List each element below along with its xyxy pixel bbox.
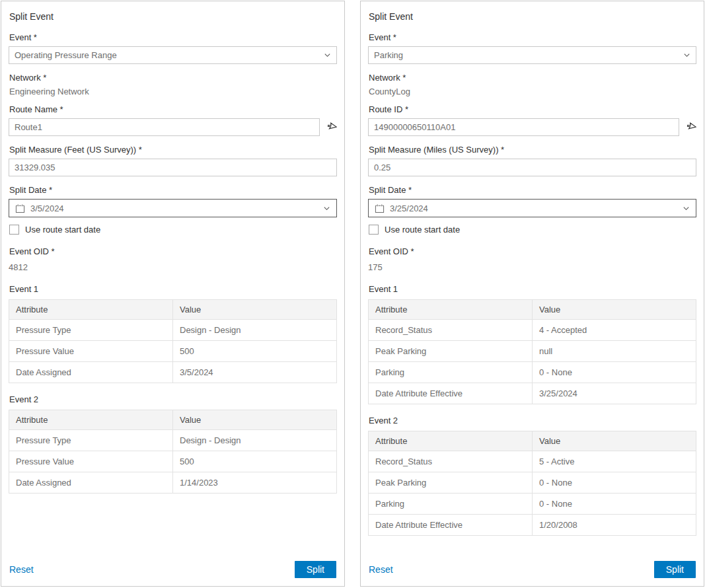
attribute-cell: Date Attribute Effective (369, 383, 533, 404)
table-row: Peak Parking null (369, 341, 696, 362)
value-column-header: Value (533, 300, 696, 320)
reset-link[interactable]: Reset (369, 564, 393, 575)
chevron-down-icon (323, 205, 330, 212)
measure-input[interactable] (9, 159, 337, 176)
table-row: Date Assigned 3/5/2024 (9, 362, 337, 383)
event-oid-label: Event OID * (9, 246, 336, 256)
event-select[interactable]: Operating Pressure Range (9, 46, 337, 64)
event-select-value: Operating Pressure Range (15, 50, 117, 60)
event-2-attribute-table: Attribute Value Pressure Type Design - D… (9, 410, 337, 494)
value-cell: 1/14/2023 (173, 472, 337, 494)
event-2-section-title: Event 2 (369, 416, 696, 425)
route-label: Route Name * (9, 104, 336, 114)
attribute-cell: Date Attribute Effective (369, 515, 533, 536)
page-title: Split Event (369, 11, 696, 22)
route-input[interactable] (9, 118, 320, 136)
attribute-column-header: Attribute (9, 410, 173, 430)
attribute-cell: Pressure Type (9, 320, 173, 341)
network-value: CountyLog (369, 87, 696, 96)
measure-input[interactable] (368, 159, 696, 176)
attribute-cell: Record_Status (369, 320, 533, 341)
route-label: Route ID * (369, 104, 696, 114)
network-label: Network * (369, 73, 696, 83)
attribute-cell: Peak Parking (369, 341, 533, 362)
cursor-arrow-icon (685, 122, 696, 133)
split-button[interactable]: Split (295, 561, 336, 578)
date-label: Split Date * (9, 185, 336, 195)
attribute-column-header: Attribute (9, 300, 173, 320)
cursor-arrow-icon (326, 122, 337, 133)
reset-link[interactable]: Reset (9, 564, 34, 575)
attribute-cell: Peak Parking (369, 472, 533, 494)
event-oid-label: Event OID * (369, 246, 696, 256)
chevron-down-icon (683, 52, 690, 59)
split-date-picker[interactable]: 3/25/2024 (368, 199, 696, 217)
value-cell: 0 - None (533, 472, 696, 494)
table-row: Record_Status 4 - Accepted (369, 320, 696, 341)
table-row: Date Attribute Effective 1/20/2008 (369, 515, 696, 536)
value-cell: 0 - None (533, 494, 696, 515)
event-select[interactable]: Parking (368, 46, 696, 64)
event-oid-value: 175 (368, 262, 696, 272)
attribute-cell: Pressure Value (9, 451, 173, 472)
split-button[interactable]: Split (654, 561, 696, 578)
value-cell: 3/5/2024 (173, 362, 337, 383)
attribute-column-header: Attribute (369, 431, 533, 451)
table-row: Parking 0 - None (369, 362, 696, 383)
route-picker-button[interactable] (325, 122, 337, 133)
attribute-cell: Parking (369, 494, 533, 515)
attribute-cell: Pressure Value (9, 341, 173, 362)
use-route-start-date-label: Use route start date (385, 225, 460, 235)
route-picker-button[interactable] (685, 122, 696, 133)
event-1-section-title: Event 1 (369, 284, 696, 294)
network-label: Network * (9, 73, 336, 83)
value-cell: 500 (173, 341, 337, 362)
value-cell: Design - Design (173, 430, 337, 451)
table-row: Date Assigned 1/14/2023 (9, 472, 337, 494)
value-cell: 0 - None (533, 362, 696, 383)
table-header-row: Attribute Value (369, 300, 696, 320)
split-event-panel-right: Split Event Event * Parking Network * Co… (360, 1, 704, 587)
value-cell: 5 - Active (533, 451, 696, 472)
table-row: Parking 0 - None (369, 494, 696, 515)
table-row: Peak Parking 0 - None (369, 472, 696, 494)
calendar-icon (15, 203, 25, 213)
table-row: Pressure Type Design - Design (9, 320, 337, 341)
chevron-down-icon (683, 205, 690, 212)
date-label: Split Date * (369, 185, 696, 195)
calendar-icon (375, 203, 385, 213)
measure-label: Split Measure (Miles (US Survey)) * (369, 145, 696, 155)
attribute-cell: Record_Status (369, 451, 533, 472)
table-row: Record_Status 5 - Active (369, 451, 696, 472)
event-select-value: Parking (374, 50, 403, 60)
use-route-start-date-checkbox[interactable] (369, 225, 379, 235)
attribute-cell: Pressure Type (9, 430, 173, 451)
value-cell: null (533, 341, 696, 362)
attribute-column-header: Attribute (369, 300, 533, 320)
value-column-header: Value (173, 410, 337, 430)
chevron-down-icon (324, 52, 331, 59)
value-column-header: Value (173, 300, 337, 320)
split-date-value: 3/25/2024 (390, 203, 428, 213)
attribute-cell: Parking (369, 362, 533, 383)
network-value: Engineering Network (9, 87, 336, 96)
event-1-attribute-table: Attribute Value Pressure Type Design - D… (9, 299, 337, 383)
event-1-attribute-table: Attribute Value Record_Status 4 - Accept… (368, 299, 696, 404)
value-cell: 3/25/2024 (533, 383, 696, 404)
table-row: Pressure Value 500 (9, 451, 337, 472)
value-cell: 500 (173, 451, 337, 472)
table-header-row: Attribute Value (9, 300, 337, 320)
value-column-header: Value (533, 431, 696, 451)
event-2-attribute-table: Attribute Value Record_Status 5 - Active… (368, 431, 696, 536)
split-date-value: 3/5/2024 (30, 203, 64, 213)
route-input[interactable] (368, 118, 679, 136)
split-date-picker[interactable]: 3/5/2024 (9, 199, 337, 217)
value-cell: Design - Design (173, 320, 337, 341)
measure-label: Split Measure (Feet (US Survey)) * (9, 145, 336, 155)
use-route-start-date-checkbox[interactable] (9, 225, 19, 235)
event-label: Event * (369, 32, 696, 42)
value-cell: 4 - Accepted (533, 320, 696, 341)
table-row: Pressure Type Design - Design (9, 430, 337, 451)
table-header-row: Attribute Value (369, 431, 696, 451)
split-event-panel-left: Split Event Event * Operating Pressure R… (1, 1, 345, 587)
